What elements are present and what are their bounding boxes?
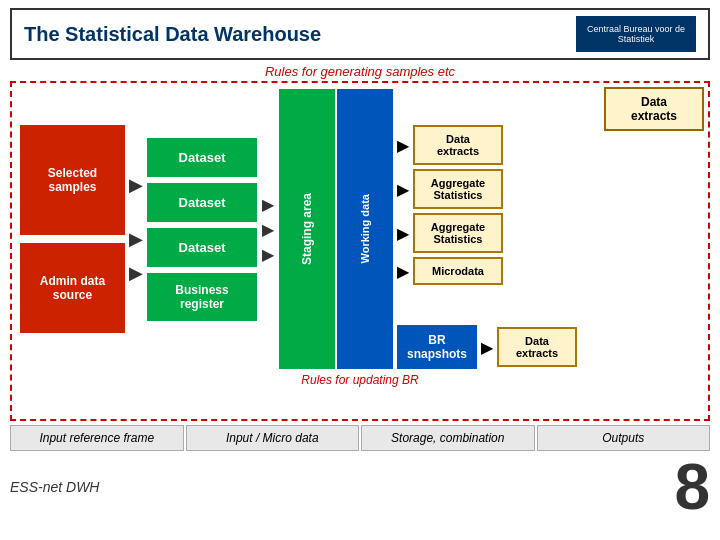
diagram-area: Rules for generating samples etc Dataext…: [10, 64, 710, 421]
admin-data-box: Admin datasource: [20, 243, 125, 333]
working-col: Working data: [337, 89, 393, 369]
datasets-col: Dataset Dataset Dataset Businessregister: [147, 89, 257, 369]
right-arrow2: ▶: [397, 180, 409, 199]
arrow3: ▶: [129, 262, 143, 284]
output-aggregate2: AggregateStatistics: [413, 213, 503, 253]
arrow4: ▶: [262, 195, 274, 214]
footer-left: ESS-net DWH: [10, 479, 99, 495]
footer-right: 8: [674, 455, 710, 519]
arrow1: ▶: [129, 174, 143, 196]
right-arrow1: ▶: [397, 136, 409, 155]
business-register-box: Businessregister: [147, 273, 257, 321]
output-row4: ▶ Microdata: [397, 257, 700, 285]
bottom-label-2: Storage, combination: [361, 425, 535, 451]
dataset2-box: Dataset: [147, 183, 257, 222]
dataset1-box: Dataset: [147, 138, 257, 177]
staging-col: Staging area: [279, 89, 335, 369]
bottom-labels: Input reference frame Input / Micro data…: [10, 425, 710, 451]
page-title: The Statistical Data Warehouse: [24, 23, 321, 46]
right-arrow4: ▶: [397, 262, 409, 281]
working-label: Working data: [359, 194, 371, 263]
right-arrow3: ▶: [397, 224, 409, 243]
bottom-label-3: Outputs: [537, 425, 711, 451]
arrow2: ▶: [129, 228, 143, 250]
top-data-extract: Dataextracts: [604, 87, 704, 131]
staging-label: Staging area: [300, 193, 314, 265]
output-data-extract1: Dataextracts: [413, 125, 503, 165]
selected-samples-box: Selectedsamples: [20, 125, 125, 235]
br-arrow: ▶: [481, 338, 493, 357]
mid-arrows: ▶ ▶ ▶: [257, 89, 279, 369]
br-snapshots-box: BRsnapshots: [397, 325, 477, 369]
bottom-label-1: Input / Micro data: [186, 425, 360, 451]
logo: Centraal Bureau voor de Statistiek: [576, 16, 696, 52]
output-data-extract2: Dataextracts: [497, 327, 577, 367]
rules-top-label: Rules for generating samples etc: [10, 64, 710, 79]
left-col: Selectedsamples Admin datasource: [20, 89, 125, 369]
footer: ESS-net DWH 8: [10, 455, 710, 519]
header: The Statistical Data Warehouse Centraal …: [10, 8, 710, 60]
arrow5: ▶: [262, 220, 274, 239]
outer-dashed-box: Dataextracts Selectedsamples Admin datas…: [10, 81, 710, 421]
page: The Statistical Data Warehouse Centraal …: [0, 8, 720, 540]
dataset3-box: Dataset: [147, 228, 257, 267]
right-section: ▶ Dataextracts ▶ AggregateStatistics ▶ A…: [397, 89, 700, 369]
arrow6: ▶: [262, 245, 274, 264]
output-aggregate1: AggregateStatistics: [413, 169, 503, 209]
rules-br-label: Rules for updating BR: [20, 373, 700, 387]
diagram-content: Selectedsamples Admin datasource ▶ ▶ ▶ D…: [20, 89, 700, 369]
br-row: BRsnapshots ▶ Dataextracts: [397, 325, 700, 369]
output-row3: ▶ AggregateStatistics: [397, 213, 700, 253]
output-microdata: Microdata: [413, 257, 503, 285]
output-row1: ▶ Dataextracts: [397, 125, 700, 165]
bottom-label-0: Input reference frame: [10, 425, 184, 451]
output-row2: ▶ AggregateStatistics: [397, 169, 700, 209]
left-arrows: ▶ ▶ ▶: [125, 89, 147, 369]
